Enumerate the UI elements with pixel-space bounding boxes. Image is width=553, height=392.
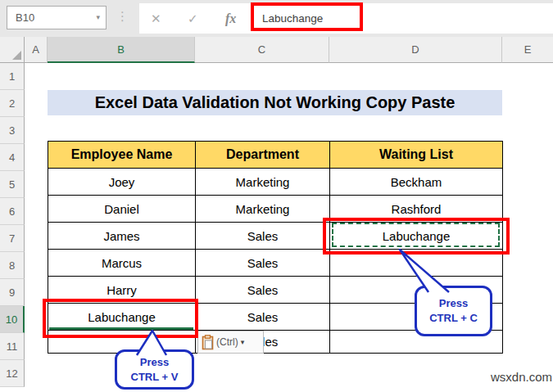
cell-c5[interactable]: Marketing	[196, 169, 330, 196]
row-header-8[interactable]: 8	[0, 252, 25, 279]
cancel-icon[interactable]: ✕	[151, 3, 161, 34]
row-header-1[interactable]: 1	[0, 63, 25, 90]
row-header-6[interactable]: 6	[0, 198, 25, 225]
cell-b6[interactable]: Daniel	[48, 196, 196, 223]
table-header-waiting-list[interactable]: Waiting List	[330, 142, 503, 169]
row-header-3[interactable]: 3	[0, 117, 25, 144]
cell-b8[interactable]: Marcus	[48, 250, 196, 277]
insert-function-icon[interactable]: fx	[225, 3, 236, 34]
watermark: wsxdn.com	[491, 370, 552, 384]
column-header-c[interactable]: C	[195, 37, 329, 63]
formula-bar-separator-icon: ⋮	[116, 9, 129, 24]
paste-callout-line2: CTRL + V	[131, 370, 179, 385]
cell-c9[interactable]: Sales	[196, 277, 330, 304]
cell-c7[interactable]: Sales	[196, 223, 330, 250]
row-header-9[interactable]: 9	[0, 279, 25, 306]
select-all-triangle-icon	[12, 51, 21, 60]
row-header-11[interactable]: 11	[0, 333, 25, 360]
copy-callout: Press CTRL + C	[415, 286, 492, 336]
active-cell-reference: B10	[16, 7, 34, 29]
copied-cell-highlight-box	[323, 218, 510, 255]
formula-bar: B10 ▾ ⋮ ✕ ✓ fx Labuchange	[0, 0, 553, 37]
row-header-12[interactable]: 12	[0, 360, 25, 387]
column-header-e[interactable]: E	[502, 37, 553, 63]
table-header-employee-name[interactable]: Employee Name	[48, 142, 196, 169]
row-header-10[interactable]: 10	[0, 306, 25, 333]
pasted-cell-highlight-box	[43, 299, 198, 338]
copy-callout-line1: Press	[439, 296, 468, 311]
paste-callout-line1: Press	[140, 355, 169, 370]
cell-b7[interactable]: James	[48, 223, 196, 250]
clipboard-icon	[202, 335, 214, 350]
row-header-2[interactable]: 2	[0, 90, 25, 117]
table-header-department[interactable]: Department	[196, 142, 330, 169]
cell-c8[interactable]: Sales	[196, 250, 330, 277]
column-header-b[interactable]: B	[48, 37, 195, 63]
row-header-7[interactable]: 7	[0, 225, 25, 252]
column-header-d[interactable]: D	[329, 37, 502, 63]
table-header-row: Employee Name Department Waiting List	[48, 142, 503, 169]
name-box-dropdown-icon[interactable]: ▾	[96, 7, 100, 29]
cell-c10[interactable]: Sales	[196, 304, 330, 331]
column-header-a[interactable]: A	[25, 37, 48, 63]
spreadsheet-app: B10 ▾ ⋮ ✕ ✓ fx Labuchange A B C D E 1 2 …	[0, 0, 553, 392]
name-box[interactable]: B10 ▾	[7, 6, 107, 29]
row-header-5[interactable]: 5	[0, 171, 25, 198]
cell-b5[interactable]: Joey	[48, 169, 196, 196]
cell-c6[interactable]: Marketing	[196, 196, 330, 223]
select-all-corner[interactable]	[0, 37, 25, 63]
paste-callout: Press CTRL + V	[115, 349, 194, 390]
table-row: Joey Marketing Beckham	[48, 169, 503, 196]
paste-options-dropdown-icon: ▾	[241, 338, 245, 346]
row-header-4[interactable]: 4	[0, 144, 25, 171]
page-title: Excel Data Validation Not Working Copy P…	[48, 90, 502, 115]
cell-d5[interactable]: Beckham	[330, 169, 503, 196]
enter-icon[interactable]: ✓	[188, 3, 198, 34]
formula-value-highlight-box	[251, 2, 363, 31]
paste-options-button[interactable]: (Ctrl) ▾	[197, 331, 264, 354]
copy-callout-line2: CTRL + C	[429, 311, 478, 326]
paste-options-label: (Ctrl)	[216, 336, 238, 348]
